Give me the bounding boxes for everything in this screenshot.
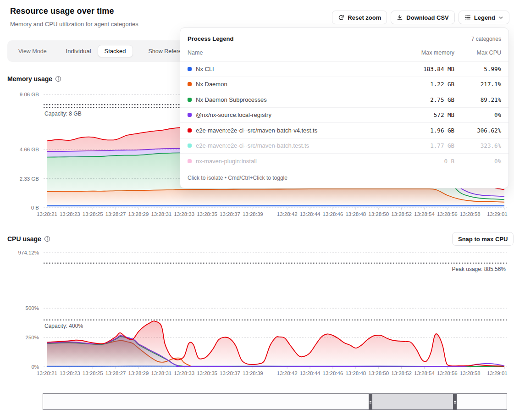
- y-axis-tick-label: 2.33 GB: [20, 176, 39, 182]
- download-csv-label: Download CSV: [406, 14, 448, 21]
- x-axis-tick-label: 13:28:42: [277, 370, 298, 376]
- legend-row[interactable]: Nx Daemon Subprocesses 2.75 GB 89.21%: [180, 92, 508, 108]
- legend-button-label: Legend: [474, 14, 495, 21]
- legend-row-max-cpu: 306.62%: [454, 127, 501, 134]
- y-axis-tick-label: 974.12%: [18, 250, 39, 255]
- x-axis-tick-label: 13:28:50: [368, 370, 389, 376]
- legend-column-headers: Name Max memory Max CPU: [180, 44, 508, 61]
- x-axis-tick-label: 13:28:31: [151, 211, 171, 217]
- legend-row[interactable]: nx-maven-plugin:install 0 B 0%: [180, 154, 508, 169]
- view-mode-option-stacked[interactable]: Stacked: [98, 45, 133, 57]
- time-range-brush[interactable]: [43, 393, 507, 410]
- x-axis-tick-label: 13:28:33: [174, 211, 194, 217]
- process-legend-title: Process Legend: [188, 35, 233, 42]
- brush-selection[interactable]: [369, 394, 457, 409]
- legend-row-name: Nx Daemon Subprocesses: [188, 96, 381, 103]
- series-color-swatch: [188, 113, 192, 117]
- x-axis-tick-label: 13:28:37: [220, 370, 240, 376]
- legend-row-name: @nx/nx-source:local-registry: [188, 111, 381, 118]
- legend-row[interactable]: Nx Daemon 1.22 GB 217.1%: [180, 77, 508, 93]
- reference-line-label: Peak usage: 885.56%: [452, 266, 506, 272]
- x-axis-tick-label: 13:28:25: [83, 211, 103, 217]
- x-axis-tick-label: 13:28:23: [60, 370, 80, 376]
- legend-row[interactable]: Nx CLI 183.84 MB 5.99%: [180, 61, 508, 77]
- series-color-swatch: [188, 128, 192, 133]
- series-color-swatch: [188, 144, 192, 148]
- y-axis-tick-label: 250%: [26, 335, 39, 340]
- column-header-max-memory: Max memory: [381, 50, 454, 56]
- legend-row[interactable]: e2e-maven:e2e-ci--src/maven-batch-v4.tes…: [180, 123, 508, 138]
- legend-row[interactable]: e2e-maven:e2e-ci--src/maven-batch.test.t…: [180, 138, 508, 154]
- x-axis-tick-label: 13:28:58: [460, 370, 481, 376]
- reset-zoom-button[interactable]: Reset zoom: [332, 11, 387, 24]
- series-color-swatch: [188, 82, 192, 86]
- x-axis-tick-label: 13:28:44: [300, 370, 321, 376]
- header-actions: Reset zoom Download CSV Legend: [332, 11, 509, 24]
- x-axis-tick-label: 13:28:31: [151, 370, 171, 376]
- legend-row-max-cpu: 0%: [454, 158, 501, 165]
- series-area-e2e-maven:e2e-ci--src/maven-batch-v4.test.ts: [47, 321, 504, 367]
- y-axis-tick-label: 0 B: [31, 205, 39, 210]
- brush-handle-right[interactable]: [453, 394, 457, 409]
- download-csv-button[interactable]: Download CSV: [391, 11, 454, 24]
- series-area-Nx Daemon: [47, 189, 504, 206]
- x-axis-tick-label: 13:28:29: [128, 370, 149, 376]
- x-axis-tick-label: 13:28:27: [105, 370, 126, 376]
- x-axis-tick-label: 13:28:52: [391, 370, 412, 376]
- legend-dropdown-button[interactable]: Legend: [459, 11, 509, 24]
- page-title: Resource usage over time: [10, 6, 114, 16]
- reset-zoom-label: Reset zoom: [348, 14, 381, 21]
- view-mode-label: View Mode: [18, 48, 47, 55]
- x-axis-tick-label: 13:28:52: [391, 211, 412, 217]
- x-axis-tick-label: 13:28:21: [37, 211, 57, 217]
- x-axis-tick-label: 13:28:42: [277, 211, 298, 217]
- series-color-swatch: [188, 159, 192, 163]
- y-axis-tick-label: 0%: [31, 364, 39, 370]
- series-color-swatch: [188, 67, 192, 71]
- x-axis-tick-label: 13:28:21: [37, 370, 57, 376]
- process-legend-popup: Process Legend 7 categories Name Max mem…: [180, 28, 509, 188]
- y-axis-tick-label: 9.06 GB: [20, 92, 39, 97]
- resource-usage-page: Resource usage over time Memory and CPU …: [0, 0, 514, 420]
- x-axis-tick-label: 13:28:46: [323, 211, 343, 217]
- legend-row-name: nx-maven-plugin:install: [188, 158, 381, 165]
- x-axis-tick-label: 13:28:48: [345, 211, 366, 217]
- x-axis-tick-label: 13:28:56: [437, 370, 458, 376]
- page-subtitle: Memory and CPU utilization for agent cat…: [10, 21, 138, 28]
- legend-table-body: Nx CLI 183.84 MB 5.99% Nx Daemon 1.22 GB…: [180, 61, 508, 169]
- x-axis-tick-label: 13:28:46: [323, 370, 343, 376]
- x-axis-tick-label: 13:29:01: [487, 211, 508, 217]
- x-axis-tick-label: 13:28:39: [243, 211, 263, 217]
- legend-row-max-cpu: 5.99%: [454, 66, 501, 72]
- download-icon: [397, 14, 403, 21]
- memory-usage-heading: Memory usage: [7, 75, 52, 83]
- legend-row-max-memory: 1.96 GB: [381, 127, 454, 134]
- refresh-icon: [338, 14, 344, 21]
- legend-row-max-memory: 183.84 MB: [381, 66, 454, 72]
- view-mode-option-individual[interactable]: Individual: [60, 45, 98, 57]
- x-axis-tick-label: 13:28:54: [414, 211, 435, 217]
- info-icon[interactable]: [44, 236, 50, 242]
- legend-row-max-memory: 2.75 GB: [381, 96, 454, 103]
- legend-row[interactable]: @nx/nx-source:local-registry 572 MB 0%: [180, 108, 508, 123]
- x-axis-tick-label: 13:28:23: [60, 211, 80, 217]
- snap-to-max-cpu-button[interactable]: Snap to max CPU: [452, 232, 514, 246]
- list-icon: [464, 14, 471, 21]
- info-icon[interactable]: [55, 76, 61, 82]
- legend-row-max-cpu: 217.1%: [454, 81, 501, 88]
- category-count-badge: 7 categories: [471, 36, 501, 42]
- x-axis-tick-label: 13:28:50: [368, 211, 389, 217]
- brush-handle-left[interactable]: [369, 394, 372, 409]
- y-axis-tick-label: 500%: [26, 305, 39, 311]
- x-axis-tick-label: 13:28:35: [197, 370, 217, 376]
- legend-row-max-memory: 0 B: [381, 158, 454, 165]
- reference-line-label: Capacity: 400%: [44, 323, 83, 329]
- cpu-usage-chart[interactable]: 974.12%500%250%0%13:28:2113:28:2313:28:2…: [44, 250, 507, 367]
- x-axis-tick-label: 13:28:27: [105, 211, 126, 217]
- legend-row-max-cpu: 0%: [454, 111, 501, 118]
- x-axis-tick-label: 13:28:56: [437, 211, 458, 217]
- y-axis-tick-label: 4.66 GB: [20, 147, 39, 152]
- memory-section-title: Memory usage: [7, 75, 61, 83]
- x-axis-tick-label: 13:28:39: [243, 370, 263, 376]
- column-header-max-cpu: Max CPU: [454, 50, 501, 56]
